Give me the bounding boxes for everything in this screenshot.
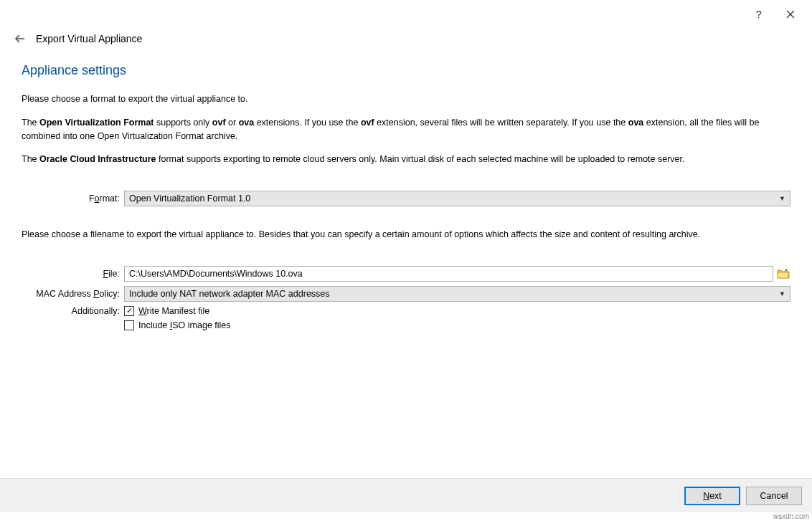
- help-button[interactable]: ?: [743, 4, 775, 25]
- write-manifest-label: Write Manifest file: [138, 306, 209, 316]
- mac-policy-value: Include only NAT network adapter MAC add…: [129, 289, 330, 299]
- include-iso-label: Include ISO image files: [138, 320, 231, 330]
- content-area: Appliance settings Please choose a forma…: [0, 49, 812, 330]
- additionally-row-1: Additionally: Write Manifest file: [22, 306, 790, 316]
- write-manifest-checkbox[interactable]: [124, 306, 134, 316]
- close-button[interactable]: [775, 4, 806, 25]
- file-row: File:: [22, 266, 790, 282]
- chevron-down-icon: ▼: [779, 290, 785, 297]
- wizard-header: Export Virtual Appliance: [0, 29, 812, 49]
- additionally-label: Additionally:: [22, 306, 124, 316]
- close-icon: [786, 10, 795, 19]
- additionally-row-2: Include ISO image files: [22, 320, 790, 330]
- mac-policy-row: MAC Address Policy: Include only NAT net…: [22, 286, 790, 302]
- folder-icon: [777, 268, 790, 279]
- help-icon: ?: [756, 9, 762, 20]
- format-row: Format: Open Virtualization Format 1.0 ▼: [22, 191, 790, 206]
- cancel-button[interactable]: Cancel: [746, 487, 802, 505]
- chevron-down-icon: ▼: [779, 195, 785, 202]
- format-label: Format:: [22, 193, 124, 204]
- format-value: Open Virtualization Format 1.0: [129, 193, 250, 204]
- intro-paragraph-3: The Oracle Cloud Infrastructure format s…: [22, 153, 790, 166]
- next-button[interactable]: Next: [684, 487, 740, 505]
- watermark: wsxdn.com: [773, 512, 809, 520]
- format-select[interactable]: Open Virtualization Format 1.0 ▼: [124, 191, 790, 206]
- back-arrow-icon[interactable]: [14, 33, 26, 44]
- footer-bar: Next Cancel: [0, 478, 812, 512]
- file-label: File:: [22, 269, 124, 279]
- include-iso-checkbox[interactable]: [124, 320, 134, 330]
- file-input[interactable]: [124, 266, 773, 282]
- page-heading: Appliance settings: [22, 63, 790, 78]
- browse-button[interactable]: [776, 267, 790, 281]
- window-title: Export Virtual Appliance: [36, 33, 142, 44]
- mac-policy-select[interactable]: Include only NAT network adapter MAC add…: [124, 286, 790, 302]
- filename-paragraph: Please choose a filename to export the v…: [22, 228, 790, 242]
- intro-paragraph-2: The Open Virtualization Format supports …: [22, 116, 790, 143]
- mac-policy-label: MAC Address Policy:: [22, 289, 124, 299]
- intro-paragraph-1: Please choose a format to export the vir…: [22, 92, 790, 106]
- title-bar: ?: [0, 0, 812, 29]
